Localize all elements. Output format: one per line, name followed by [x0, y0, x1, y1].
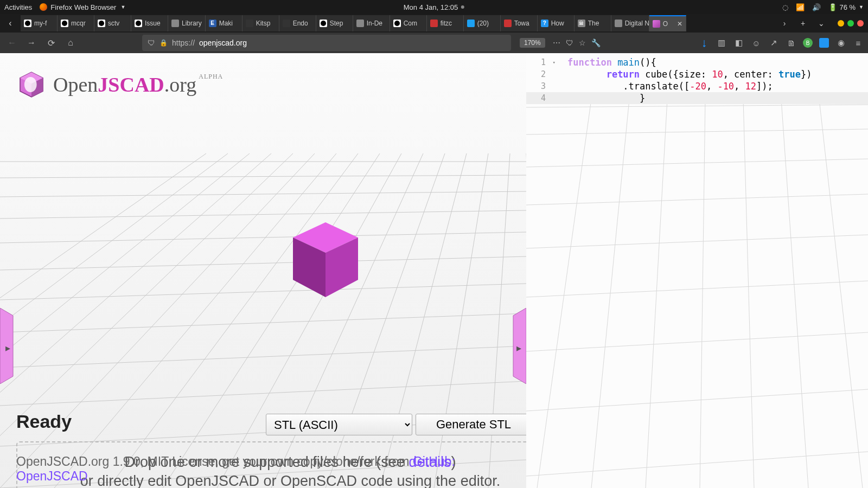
sync-icon[interactable]: ◌ — [782, 3, 788, 11]
tab-label: In-De — [367, 20, 382, 27]
browser-tab[interactable]: 🏛The — [575, 15, 611, 31]
tab-label: Digital N — [625, 20, 649, 27]
tab-label: O — [663, 20, 668, 28]
extension-icon[interactable]: ◉ — [835, 37, 846, 48]
code-editor[interactable]: 1▾ function main(){ 2 return cube({size:… — [526, 53, 868, 488]
back-button[interactable]: ← — [4, 35, 20, 50]
network-icon[interactable]: 📶 — [796, 3, 805, 11]
code-line-4[interactable]: 4 } — [526, 92, 868, 104]
wrench-icon[interactable]: 🔧 — [591, 38, 601, 47]
new-tab-button[interactable]: + — [796, 17, 809, 30]
browser-tab[interactable]: Library — [168, 15, 206, 31]
notification-dot-icon — [461, 5, 464, 9]
browser-tab[interactable]: Issue — [131, 15, 168, 31]
tab-label: Maki — [219, 20, 233, 27]
all-tabs-button[interactable]: ⌄ — [815, 17, 828, 30]
library-icon[interactable]: ▥ — [716, 37, 727, 48]
browser-tab[interactable]: In-De — [353, 15, 390, 31]
tab-label: sctv — [108, 20, 119, 27]
page-content: OpenJSCAD.orgALPHA ▸ ▸ Ready STL (ASCII)… — [0, 53, 868, 488]
browser-tab[interactable]: O✕ — [649, 15, 686, 31]
window-controls — [838, 20, 864, 27]
zoom-indicator[interactable]: 170% — [520, 38, 545, 48]
code-line-2[interactable]: 2 return cube({size: 10, center: true}) — [526, 68, 868, 80]
forward-button[interactable]: → — [24, 35, 39, 50]
url-domain: openjscad.org — [199, 38, 247, 47]
clipboard-icon[interactable]: 🗎 — [786, 37, 796, 48]
code-line-1[interactable]: 1▾ function main(){ — [526, 56, 868, 68]
generate-button[interactable]: Generate STL — [416, 414, 532, 435]
tab-label: Library — [182, 20, 202, 27]
favicon — [135, 20, 142, 27]
browser-tab[interactable]: sctv — [94, 15, 131, 31]
activities-button[interactable]: Activities — [4, 3, 32, 11]
home-button[interactable]: ⌂ — [63, 35, 78, 50]
tab-label: How — [551, 20, 564, 27]
tab-history-back[interactable]: ‹ — [3, 16, 17, 30]
account-icon[interactable]: ☺ — [751, 37, 762, 48]
tab-label: The — [588, 20, 599, 27]
bookmark-star-icon[interactable]: ☆ — [579, 38, 586, 47]
favicon — [61, 20, 68, 27]
browser-tab[interactable]: (20) — [464, 15, 501, 31]
maximize-button[interactable] — [847, 20, 854, 27]
export-format-select[interactable]: STL (ASCII) — [266, 414, 412, 435]
left-panel-handle[interactable]: ▸ — [0, 308, 18, 384]
battery-indicator[interactable]: 🔋 76 % ▼ — [828, 3, 864, 11]
address-bar[interactable]: 🛡 🔒 https://openjscad.org — [142, 35, 511, 51]
browser-tab[interactable]: fitzc — [427, 15, 464, 31]
extension-badge-1[interactable]: B — [803, 38, 813, 48]
extension-badge-2[interactable] — [819, 38, 829, 48]
browser-tab[interactable]: Endo — [279, 15, 316, 31]
browser-tab[interactable]: Step — [316, 15, 353, 31]
code-line-3[interactable]: 3 .translate([-20, -10, 12]); — [526, 80, 868, 92]
logo-text-mid: JSCAD — [98, 73, 164, 96]
downloads-icon[interactable]: ⭣ — [699, 37, 710, 48]
tab-label: Endo — [293, 20, 308, 27]
rendered-cube — [282, 216, 369, 303]
browser-tab[interactable]: Digital N — [611, 15, 649, 31]
favicon — [504, 20, 512, 27]
close-window-button[interactable] — [857, 20, 864, 27]
viewport-3d[interactable]: OpenJSCAD.orgALPHA ▸ ▸ Ready STL (ASCII)… — [0, 53, 526, 488]
browser-tab[interactable]: Kitsp — [242, 15, 279, 31]
favicon — [320, 20, 327, 27]
reader-mode-icon[interactable]: 🛡 — [566, 38, 573, 47]
sidebar-icon[interactable]: ◧ — [733, 37, 744, 48]
browser-tab[interactable]: ?How — [538, 15, 575, 31]
browser-tab[interactable]: mcqr — [58, 15, 94, 31]
page-actions-icon[interactable]: ⋯ — [553, 38, 560, 47]
editor-grid-bg — [526, 53, 868, 488]
app-menu[interactable]: Firefox Web Browser ▼ — [40, 3, 125, 11]
tab-label: Kitsp — [256, 20, 271, 27]
share-icon[interactable]: ↗ — [768, 37, 779, 48]
line-number: 4 — [541, 93, 546, 103]
volume-icon[interactable]: 🔊 — [812, 3, 821, 11]
hamburger-menu-icon[interactable]: ≡ — [853, 37, 864, 48]
lock-icon[interactable]: 🔒 — [159, 39, 168, 47]
shield-icon[interactable]: 🛡 — [148, 38, 155, 47]
browser-tab[interactable]: Com — [390, 15, 427, 31]
close-tab-icon[interactable]: ✕ — [677, 20, 682, 28]
app-menu-label: Firefox Web Browser — [50, 3, 116, 11]
svg-text:▸: ▸ — [516, 343, 521, 354]
tab-scroll-right[interactable]: › — [778, 17, 791, 30]
reload-button[interactable]: ⟳ — [43, 35, 59, 50]
clock[interactable]: Mon 4 Jan, 12:05 — [404, 3, 464, 11]
tab-label: Issue — [145, 20, 161, 27]
svg-text:▸: ▸ — [5, 343, 10, 354]
footer-text: OpenJSCAD.org 1.9.0, MIT License, get yo… — [16, 454, 413, 468]
minimize-button[interactable] — [838, 20, 844, 27]
url-scheme: https:// — [172, 38, 195, 47]
browser-tab[interactable]: EMaki — [206, 15, 242, 31]
right-panel-handle[interactable]: ▸ — [508, 308, 526, 384]
logo-text-pre: Open — [53, 73, 98, 96]
status-label: Ready — [16, 411, 72, 432]
browser-tab[interactable]: Towa — [501, 15, 538, 31]
favicon — [283, 20, 290, 27]
browser-tab[interactable]: my-f — [21, 15, 58, 31]
fold-icon[interactable]: ▾ — [553, 60, 556, 65]
logo-text-suf: .org — [164, 73, 196, 96]
footer: OpenJSCAD.org 1.9.0, MIT License, get yo… — [16, 454, 526, 484]
favicon — [615, 20, 622, 27]
